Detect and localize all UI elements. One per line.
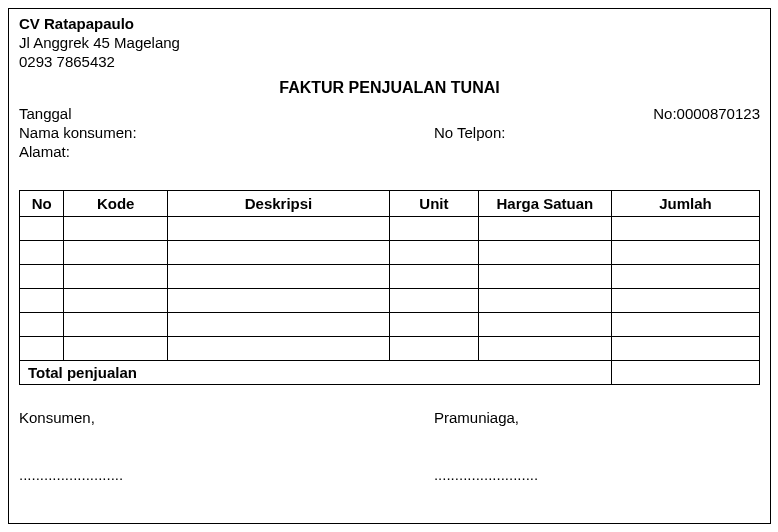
cell-no (20, 216, 64, 240)
cell-kode (64, 240, 168, 264)
total-label: Total penjualan (20, 360, 612, 384)
col-header-no: No (20, 190, 64, 216)
konsumen-sign-label: Konsumen, (19, 409, 434, 426)
col-header-deskripsi: Deskripsi (167, 190, 389, 216)
cell-harga (478, 216, 611, 240)
meta-block: Tanggal No:0000870123 Nama konsumen: No … (19, 105, 760, 161)
invoice-sheet: CV Ratapapaulo Jl Anggrek 45 Magelang 02… (8, 8, 771, 524)
company-name: CV Ratapapaulo (19, 15, 760, 34)
no-label: No: (653, 105, 676, 122)
company-phone: 0293 7865432 (19, 53, 760, 72)
no-value: 0000870123 (677, 105, 760, 122)
alamat-label: Alamat: (19, 143, 70, 160)
cell-kode (64, 216, 168, 240)
pramuniaga-sign-line: ......................... (434, 466, 760, 483)
table-row (20, 336, 760, 360)
cell-unit (389, 336, 478, 360)
table-row (20, 264, 760, 288)
cell-unit (389, 264, 478, 288)
cell-kode (64, 264, 168, 288)
company-block: CV Ratapapaulo Jl Anggrek 45 Magelang 02… (19, 15, 760, 71)
document-title: FAKTUR PENJUALAN TUNAI (19, 79, 760, 97)
cell-no (20, 312, 64, 336)
cell-no (20, 288, 64, 312)
cell-no (20, 264, 64, 288)
konsumen-sign-line: ......................... (19, 466, 434, 483)
cell-kode (64, 336, 168, 360)
line-items-table: No Kode Deskripsi Unit Harga Satuan Juml… (19, 190, 760, 385)
cell-deskripsi (167, 288, 389, 312)
col-header-harga-satuan: Harga Satuan (478, 190, 611, 216)
cell-jumlah (611, 216, 759, 240)
cell-deskripsi (167, 312, 389, 336)
cell-unit (389, 240, 478, 264)
cell-jumlah (611, 264, 759, 288)
cell-kode (64, 288, 168, 312)
cell-harga (478, 288, 611, 312)
cell-no (20, 336, 64, 360)
cell-unit (389, 312, 478, 336)
table-row (20, 288, 760, 312)
table-header-row: No Kode Deskripsi Unit Harga Satuan Juml… (20, 190, 760, 216)
table-row (20, 216, 760, 240)
cell-deskripsi (167, 336, 389, 360)
cell-unit (389, 216, 478, 240)
col-header-jumlah: Jumlah (611, 190, 759, 216)
pramuniaga-sign-label: Pramuniaga, (434, 409, 760, 426)
cell-deskripsi (167, 264, 389, 288)
table-row (20, 312, 760, 336)
cell-jumlah (611, 336, 759, 360)
cell-deskripsi (167, 216, 389, 240)
total-row: Total penjualan (20, 360, 760, 384)
cell-unit (389, 288, 478, 312)
cell-jumlah (611, 240, 759, 264)
cell-jumlah (611, 288, 759, 312)
signature-block: Konsumen, ......................... Pram… (19, 409, 760, 483)
table-row (20, 240, 760, 264)
cell-no (20, 240, 64, 264)
total-value (611, 360, 759, 384)
nama-konsumen-label: Nama konsumen: (19, 124, 137, 141)
cell-harga (478, 312, 611, 336)
cell-harga (478, 264, 611, 288)
cell-harga (478, 336, 611, 360)
cell-deskripsi (167, 240, 389, 264)
cell-kode (64, 312, 168, 336)
col-header-kode: Kode (64, 190, 168, 216)
tanggal-label: Tanggal (19, 105, 72, 122)
cell-jumlah (611, 312, 759, 336)
cell-harga (478, 240, 611, 264)
col-header-unit: Unit (389, 190, 478, 216)
company-address: Jl Anggrek 45 Magelang (19, 34, 760, 53)
line-items-table-wrap: No Kode Deskripsi Unit Harga Satuan Juml… (19, 190, 760, 385)
no-telpon-label: No Telpon: (434, 124, 505, 141)
